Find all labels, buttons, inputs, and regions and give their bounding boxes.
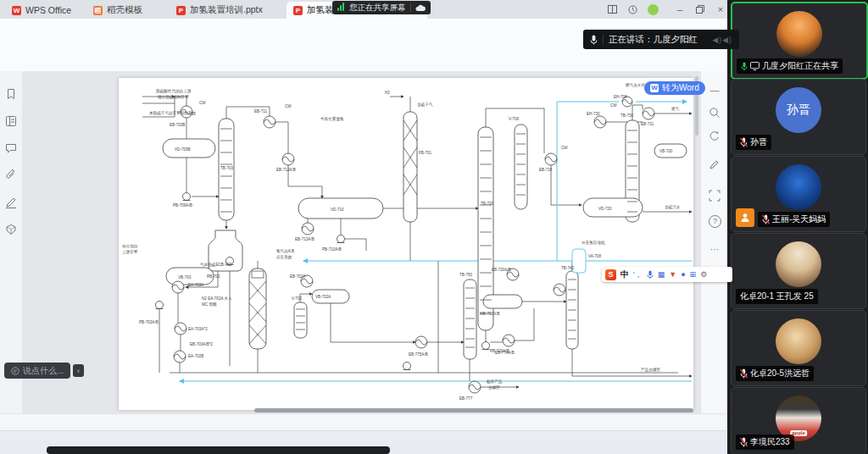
svg-text:氢气自A.B: 氢气自A.B xyxy=(276,248,294,253)
svg-text:补充氢压缩机: 补充氢压缩机 xyxy=(581,240,605,246)
svg-text:半再生重整氢: 半再生重整氢 xyxy=(320,116,344,121)
svg-text:EA-702B: EA-702B xyxy=(188,354,203,358)
capture-frame-icon[interactable] xyxy=(709,190,721,202)
mic-muted-icon xyxy=(740,137,748,147)
participant-name-pill: 化卓20-1 王孔发 25 xyxy=(736,289,818,304)
svg-text:EB-718: EB-718 xyxy=(539,168,553,172)
svg-text:VA-708: VA-708 xyxy=(588,254,601,258)
horizontal-scrollbar[interactable] xyxy=(254,408,693,412)
svg-text:EH-730: EH-730 xyxy=(587,112,600,116)
person-icon xyxy=(740,213,750,223)
share-banner-text: 您正在共享屏幕 xyxy=(349,3,406,14)
ime-board-icon[interactable]: ▦ xyxy=(658,270,665,279)
ime-mic-icon[interactable] xyxy=(647,270,654,280)
mic-muted-icon xyxy=(762,214,770,224)
split-view-icon[interactable] xyxy=(605,3,619,15)
svg-text:EB-703B: EB-703B xyxy=(170,123,185,127)
svg-text:脱硫酸性汽油自上游: 脱硫酸性汽油自上游 xyxy=(156,88,192,94)
chat-collapse-button[interactable]: ‹ xyxy=(73,364,84,377)
tab-wps-home[interactable]: W WPS Office xyxy=(5,2,92,19)
svg-text:VB-702A: VB-702A xyxy=(315,295,331,299)
participant-tile[interactable]: 孙晋 孙晋 xyxy=(731,79,866,155)
svg-text:产品去罐区: 产品去罐区 xyxy=(641,368,660,372)
bookmark-icon[interactable] xyxy=(5,88,17,100)
stamp-icon[interactable] xyxy=(5,224,17,235)
sharing-signal-icon xyxy=(337,3,345,13)
svg-text:去罐区: 去罐区 xyxy=(488,385,500,390)
close-button[interactable]: × xyxy=(714,3,727,15)
svg-text:TB-730: TB-730 xyxy=(620,114,634,118)
collapse-icon[interactable]: — xyxy=(709,85,721,97)
word-icon: W xyxy=(650,84,659,92)
participant-tile[interactable]: 化卓20-1 王孔发 25 xyxy=(731,233,866,309)
process-flow-diagram: 脱硫酸性汽油自上游馏分脱硫精制装置来脱硫干气自装置精制系统CWEB-703BVD… xyxy=(119,78,693,410)
ime-grid-icon[interactable]: ⊞ xyxy=(690,270,697,279)
ime-mode-cn[interactable]: 中 xyxy=(620,269,629,280)
svg-text:含硫干气: 含硫干气 xyxy=(417,102,433,108)
help-icon[interactable]: ? xyxy=(709,215,721,228)
tab-label: WPS Office xyxy=(25,5,71,15)
participant-name: 化卓20-1 王孔发 25 xyxy=(740,291,814,302)
svg-text:气体脱硫ECB-702: 气体脱硫ECB-702 xyxy=(200,262,231,268)
annotate-icon[interactable] xyxy=(709,159,721,171)
ime-skin-icon[interactable]: ▼ xyxy=(669,270,676,279)
convert-to-word-button[interactable]: W 转为Word xyxy=(644,81,705,95)
sogou-logo-icon[interactable]: S xyxy=(605,269,616,280)
participant-tile[interactable]: apple 李境民233 xyxy=(731,387,866,454)
participant-tile[interactable]: 王丽-吴天妈妈 xyxy=(731,156,866,232)
cloud-icon xyxy=(415,4,426,12)
svg-text:MC 管网: MC 管网 xyxy=(202,302,217,307)
doc-icon: 稻 xyxy=(93,6,103,15)
participant-tile[interactable]: 化卓20-5洪远哲 xyxy=(731,310,866,386)
meeting-control-bar[interactable] xyxy=(47,446,390,454)
pdf-icon: P xyxy=(293,6,303,15)
svg-text:EB-731: EB-731 xyxy=(641,122,654,126)
svg-text:含硫污水: 含硫污水 xyxy=(665,205,681,210)
signature-pen-icon[interactable] xyxy=(5,197,17,208)
svg-text:CW: CW xyxy=(610,103,617,108)
history-icon[interactable] xyxy=(626,3,639,15)
restore-button[interactable] xyxy=(693,3,707,15)
svg-text:反应系统: 反应系统 xyxy=(276,254,292,260)
ime-toolbox-icon[interactable]: ● xyxy=(681,270,685,279)
status-bar: |‹ ‹ 1/1 › ›| 上一视图 ▾ ▶ 60% − + xyxy=(0,413,727,431)
meeting-participants-panel: 几度夕阳红正在共享 孙晋 孙晋 王丽-吴天妈妈 化卓20-1 王孔发 25 化卓… xyxy=(727,0,868,454)
comment-icon[interactable] xyxy=(5,142,17,154)
meeting-chat-pill[interactable]: 说点什么... xyxy=(4,363,70,379)
sync-icon[interactable] xyxy=(709,130,721,142)
svg-text:低分油自: 低分油自 xyxy=(121,244,137,248)
svg-text:V-706: V-706 xyxy=(509,117,519,121)
svg-text:VB-703: VB-703 xyxy=(178,275,192,280)
svg-text:CW: CW xyxy=(199,101,206,105)
participant-tile-sharing[interactable]: 几度夕阳红正在共享 xyxy=(731,2,868,80)
ime-settings-gear-icon[interactable]: ⚙ xyxy=(700,270,707,279)
speaking-tooltip: 正在讲话：几度夕阳红 ◀)◀) xyxy=(583,30,739,49)
tab-pptx[interactable]: P 加氢装置培训.pptx xyxy=(170,2,295,19)
tab-label: 加氢装置培训.pptx xyxy=(190,4,263,16)
svg-text:尾气: 尾气 xyxy=(671,107,680,111)
account-avatar[interactable] xyxy=(646,3,659,15)
svg-text:VD-720: VD-720 xyxy=(598,207,612,211)
svg-text:PB-709A/B: PB-709A/B xyxy=(173,203,192,208)
screen-share-banner[interactable]: 您正在共享屏幕 xyxy=(332,1,431,14)
pdf-page: 脱硫酸性汽油自上游馏分脱硫精制装置来脱硫干气自装置精制系统CWEB-703BVD… xyxy=(119,78,693,410)
svg-text:PB-710A/B: PB-710A/B xyxy=(322,247,342,252)
svg-text:EA-703A*2: EA-703A*2 xyxy=(188,327,208,331)
thumbnails-icon[interactable] xyxy=(5,115,17,127)
more-tools-icon[interactable]: ··· xyxy=(709,244,721,256)
tab-label: 稻壳模板 xyxy=(107,4,142,16)
mic-icon xyxy=(590,35,598,45)
ime-punct-icon[interactable]: '， xyxy=(633,269,643,280)
mic-on-icon xyxy=(741,62,748,71)
svg-text:FB-701: FB-701 xyxy=(419,151,432,155)
attachment-icon[interactable] xyxy=(5,169,17,181)
svg-text:TB-720: TB-720 xyxy=(481,202,494,206)
svg-text:TB-703: TB-703 xyxy=(220,166,234,170)
doc-search-icon[interactable] xyxy=(709,107,721,119)
doc-icon: P xyxy=(176,6,186,15)
avatar xyxy=(776,241,821,287)
tab-template[interactable]: 稻 稻壳模板 xyxy=(86,2,178,19)
svg-text:PB-703A/B: PB-703A/B xyxy=(139,320,159,324)
chat-bubble-icon xyxy=(11,367,19,375)
minimize-button[interactable]: – xyxy=(673,3,687,15)
